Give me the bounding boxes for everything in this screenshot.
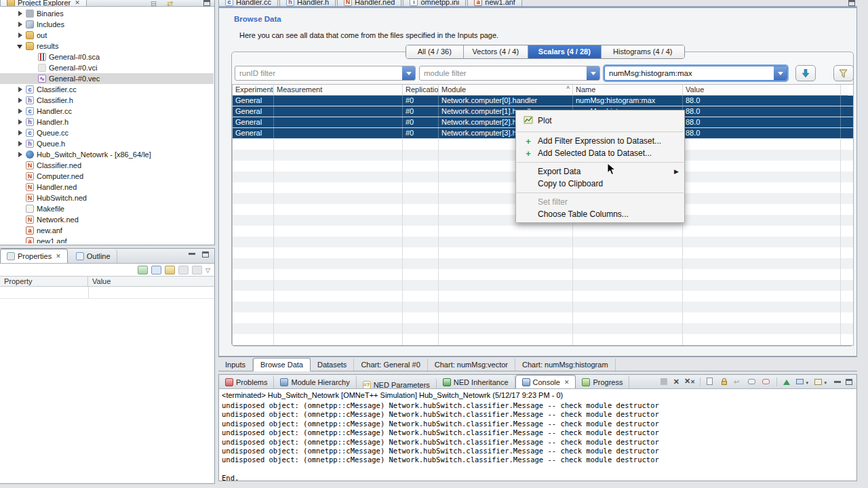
open-console-icon[interactable]: [782, 378, 791, 386]
name-filter-input[interactable]: [605, 69, 774, 77]
page-tab-chart-nummsg-histogram[interactable]: Chart: numMsg:histogram: [515, 359, 616, 371]
expand-arrow-icon[interactable]: [16, 140, 24, 148]
tree-item-includes[interactable]: Includes: [0, 19, 214, 30]
page-tab-datasets[interactable]: Datasets: [311, 359, 354, 371]
column-header-experiment[interactable]: Experiment: [233, 85, 274, 96]
column-header-value[interactable]: Value: [683, 85, 841, 96]
tree-item-general-0-vec[interactable]: ∿General-#0.vec: [0, 73, 214, 84]
remove-all-terminated-icon[interactable]: ✕✕: [684, 377, 695, 386]
menu-item-add-filter-expression[interactable]: + Add Filter Expression to Dataset...: [516, 135, 684, 147]
editor-tab-handler-ned[interactable]: NHandler.ned: [337, 0, 401, 7]
menu-item-add-selected-data[interactable]: + Add Selected Data to Dataset...: [516, 147, 684, 159]
chevron-down-icon[interactable]: [774, 66, 787, 80]
expand-arrow-icon[interactable]: [16, 31, 24, 39]
tree-item-handler-h[interactable]: hHandler.h: [0, 117, 214, 127]
tab-vectors[interactable]: Vectors (4 / 4): [464, 45, 529, 58]
editor-tab-omnetpp-ini[interactable]: iomnetpp.ini: [403, 0, 466, 7]
expand-arrow-icon[interactable]: [16, 85, 24, 94]
property-column-header[interactable]: Property: [0, 277, 88, 286]
tree-item-queue-cc[interactable]: cQueue.cc: [0, 127, 214, 138]
tree-item-handler-cc[interactable]: cHandler.cc: [0, 106, 214, 117]
maximize-view-icon[interactable]: [203, 0, 210, 6]
tree-item-network-ned[interactable]: NNetwork.ned: [0, 214, 214, 225]
to-dataset-button[interactable]: [795, 65, 816, 81]
view-menu-icon[interactable]: ▽: [205, 267, 210, 274]
chevron-down-icon[interactable]: [402, 66, 415, 80]
maximize-editor-icon[interactable]: [848, 0, 855, 6]
minimize-view-icon[interactable]: [834, 381, 841, 383]
collapse-all-icon[interactable]: ⊟: [151, 0, 157, 8]
tab-all[interactable]: All (4 / 36): [406, 45, 464, 58]
editor-tab-handler-h[interactable]: hHandler.h: [279, 0, 336, 7]
tab-histograms[interactable]: Histograms (4 / 4): [601, 45, 684, 58]
tab-project-explorer[interactable]: Project Explorer ✕: [0, 0, 87, 7]
tree-item-hubswitch-ned[interactable]: NHubSwitch.ned: [0, 192, 214, 203]
new-property-icon[interactable]: [138, 266, 148, 274]
column-header-measurement[interactable]: Measurement: [274, 85, 403, 96]
view-tab-module-hierarchy[interactable]: Module Hierarchy: [274, 375, 356, 389]
tree-item-queue-h[interactable]: hQueue.h: [0, 138, 214, 149]
scroll-lock-icon[interactable]: [719, 378, 729, 386]
maximize-view-icon[interactable]: [202, 251, 209, 258]
tab-outline[interactable]: Outline: [70, 249, 117, 264]
expand-arrow-icon[interactable]: [16, 96, 24, 104]
column-header-name[interactable]: Name: [573, 85, 683, 96]
tree-item-new-anf[interactable]: anew.anf: [0, 225, 214, 236]
view-tab-progress[interactable]: Progress: [576, 375, 629, 389]
tree-item-classifier-cc[interactable]: cClassifier.cc: [0, 84, 214, 95]
tree-item-computer-ned[interactable]: NComputer.ned: [0, 171, 214, 182]
expand-arrow-icon[interactable]: [16, 118, 24, 126]
page-tab-chart-nummsg-vector[interactable]: Chart: numMsg:vector: [428, 359, 515, 371]
expand-arrow-icon[interactable]: [16, 20, 24, 28]
minimize-view-icon[interactable]: [189, 253, 195, 255]
show-stderr-icon[interactable]: [762, 378, 772, 386]
chevron-down-icon[interactable]: [587, 66, 599, 80]
menu-item-choose-table-columns[interactable]: Choose Table Columns...: [516, 208, 684, 220]
expand-arrow-icon[interactable]: [16, 150, 24, 159]
close-icon[interactable]: ✕: [75, 0, 80, 6]
view-tab-console[interactable]: Console✕: [515, 375, 576, 388]
tree-item-classifier-h[interactable]: hClassifier.h: [0, 95, 214, 106]
filter-button[interactable]: [833, 65, 854, 81]
view-tab-ned-parameters[interactable]: =?NED Parameters: [357, 378, 437, 390]
runid-filter-input[interactable]: [235, 69, 402, 77]
display-selected-console-icon[interactable]: ▾: [796, 378, 806, 386]
menu-item-export-data[interactable]: Export Data ▶: [516, 165, 684, 178]
value-column-header[interactable]: Value: [88, 277, 214, 286]
clear-console-icon[interactable]: [705, 378, 715, 386]
maximize-view-icon[interactable]: [846, 379, 852, 385]
expand-arrow-icon[interactable]: [16, 9, 24, 18]
remove-launch-icon[interactable]: ✕: [673, 378, 679, 386]
link-with-editor-icon[interactable]: ⇄: [167, 0, 173, 8]
new-console-icon[interactable]: ▾: [814, 378, 824, 386]
view-tab-problems[interactable]: Problems: [219, 375, 274, 389]
view-tab-ned-inheritance[interactable]: NED Inheritance: [437, 375, 515, 389]
page-tab-browse-data[interactable]: Browse Data: [253, 358, 311, 371]
console-output[interactable]: undisposed object: (omnetpp::cMessage) N…: [219, 401, 856, 481]
column-header-replication[interactable]: Replication: [403, 85, 439, 96]
table-row[interactable]: General#0Network.computer[0].handlernumM…: [233, 96, 853, 106]
module-filter-combo[interactable]: [419, 66, 600, 81]
tree-item-results[interactable]: results: [0, 41, 214, 52]
menu-item-copy-to-clipboard[interactable]: Copy to Clipboard: [516, 178, 684, 190]
tree-item-general-0-vci[interactable]: General-#0.vci: [0, 62, 214, 73]
tree-item-out[interactable]: out: [0, 30, 214, 41]
module-filter-input[interactable]: [420, 69, 587, 77]
page-tab-chart-general-0[interactable]: Chart: General #0: [354, 359, 427, 371]
editor-tab-handler-cc[interactable]: cHandler.cc: [218, 0, 278, 7]
collapse-arrow-icon[interactable]: [16, 42, 24, 50]
name-filter-combo[interactable]: [604, 66, 787, 81]
menu-item-plot[interactable]: Plot: [516, 113, 684, 129]
tree-item-binaries[interactable]: Binaries: [0, 8, 214, 19]
tree-item-general-0-sca[interactable]: General-#0.sca: [0, 52, 214, 62]
show-advanced-properties-icon[interactable]: [165, 266, 175, 274]
tree-item-classifier-ned[interactable]: NClassifier.ned: [0, 160, 214, 171]
tree-item-handler-ned[interactable]: NHandler.ned: [0, 182, 214, 192]
tab-scalars[interactable]: Scalars (4 / 28): [528, 45, 601, 58]
expand-arrow-icon[interactable]: [16, 107, 24, 115]
expand-arrow-icon[interactable]: [16, 129, 24, 137]
page-tab-inputs[interactable]: Inputs: [218, 359, 253, 371]
close-icon[interactable]: ✕: [56, 253, 61, 260]
tab-properties[interactable]: Properties ✕: [0, 249, 68, 263]
tree-item-new1-anf[interactable]: anew1.anf: [0, 236, 214, 243]
